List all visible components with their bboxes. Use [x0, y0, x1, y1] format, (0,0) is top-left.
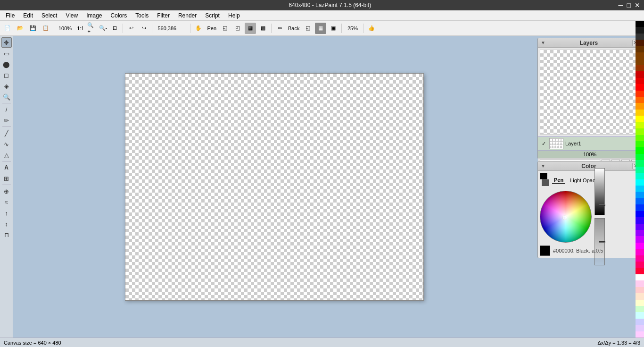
menu-file[interactable]: File	[2, 11, 18, 20]
menu-script[interactable]: Script	[201, 11, 223, 20]
eraser-tool[interactable]: ◻	[1, 70, 12, 80]
save-file-button[interactable]: 💾	[27, 23, 39, 34]
layer-row[interactable]: ✓ Layer1	[538, 136, 642, 150]
palette-color[interactable]	[636, 198, 644, 204]
background-color-swatch[interactable]	[542, 179, 549, 186]
palette-color[interactable]	[636, 167, 644, 173]
palette-color[interactable]	[636, 287, 644, 293]
shape-tool[interactable]: △	[1, 150, 12, 160]
palette-color[interactable]	[636, 268, 644, 274]
zoom-in-button[interactable]: 🔍+	[87, 24, 97, 33]
palette-color[interactable]	[636, 21, 644, 27]
palette-color[interactable]	[636, 154, 644, 160]
color-picker-tool[interactable]: 🔍	[1, 92, 12, 102]
palette-color[interactable]	[636, 204, 644, 211]
palette-color[interactable]	[636, 71, 644, 77]
brush-tool[interactable]: ✏	[1, 115, 12, 126]
palette-color[interactable]	[636, 27, 644, 33]
palette-color[interactable]	[636, 97, 644, 103]
zoom-out-button[interactable]: 🔍-	[98, 24, 107, 33]
menu-edit[interactable]: Edit	[19, 11, 37, 20]
menu-view[interactable]: View	[62, 11, 82, 20]
palette-color[interactable]	[636, 128, 644, 135]
palette-color[interactable]	[636, 40, 644, 46]
text-tool[interactable]: A	[1, 162, 12, 173]
current-color-swatch[interactable]	[540, 245, 550, 256]
palette-color[interactable]	[636, 325, 644, 331]
palette-color[interactable]	[636, 280, 644, 287]
blur-tool[interactable]: ≈	[1, 197, 12, 207]
close-button[interactable]: ✕	[635, 1, 640, 9]
palette-color[interactable]	[636, 331, 644, 338]
select-lasso-tool[interactable]: ⬤	[1, 59, 12, 69]
menu-image[interactable]: Image	[83, 11, 106, 20]
palette-color[interactable]	[636, 147, 644, 153]
canvas-background[interactable]	[125, 74, 423, 300]
menu-tools[interactable]: Tools	[132, 11, 152, 20]
palette-color[interactable]	[636, 230, 644, 236]
fill-tool[interactable]: ◈	[1, 81, 12, 91]
palette-color[interactable]	[636, 249, 644, 255]
back-mode-1[interactable]: ◱	[302, 23, 314, 34]
canvas-area[interactable]	[13, 36, 536, 338]
palette-color[interactable]	[636, 274, 644, 280]
menu-filter[interactable]: Filter	[153, 11, 173, 20]
palette-color[interactable]	[636, 255, 644, 262]
layer-name[interactable]: Layer1	[565, 141, 640, 146]
opacity-slider[interactable]	[594, 218, 605, 265]
hand-tool-button[interactable]: ✋	[193, 23, 204, 34]
menu-render[interactable]: Render	[174, 11, 200, 20]
back-mode-3[interactable]: ▣	[328, 23, 339, 34]
palette-color[interactable]	[636, 91, 644, 97]
menu-help[interactable]: Help	[224, 11, 244, 20]
pen-mode-2[interactable]: ◰	[232, 23, 243, 34]
pen-mode-1[interactable]: ◱	[219, 23, 231, 34]
menu-colors[interactable]: Colors	[107, 11, 131, 20]
canvas-wrapper[interactable]	[125, 73, 424, 301]
color-wheel[interactable]	[540, 191, 592, 243]
palette-color[interactable]	[636, 312, 644, 318]
palette-color[interactable]	[636, 236, 644, 242]
pen-mode-3[interactable]: ▦	[245, 23, 256, 34]
layer-visibility-toggle[interactable]: ✓	[540, 140, 547, 147]
palette-color[interactable]	[636, 224, 644, 230]
palette-color[interactable]	[636, 217, 644, 223]
open-file-button[interactable]: 📂	[15, 23, 26, 34]
palette-color[interactable]	[636, 211, 644, 217]
select-rect-tool[interactable]: ▭	[1, 48, 12, 59]
palette-color[interactable]	[636, 59, 644, 65]
redo-button[interactable]: ↪	[138, 23, 149, 34]
opacity-handle[interactable]	[599, 241, 605, 243]
filter-tool[interactable]: ⊓	[1, 229, 12, 240]
transform-tool[interactable]: ⊞	[1, 173, 12, 184]
palette-color[interactable]	[636, 192, 644, 198]
back-mode-2[interactable]: ▦	[315, 23, 326, 34]
thumbs-up-button[interactable]: 👍	[366, 23, 377, 34]
lightness-handle[interactable]	[599, 204, 605, 206]
palette-color[interactable]	[636, 110, 644, 116]
palette-color[interactable]	[636, 293, 644, 299]
layers-collapse-arrow[interactable]: ▼	[541, 40, 545, 45]
curve-tool[interactable]: ∿	[1, 139, 12, 149]
palette-color[interactable]	[636, 243, 644, 249]
menu-select[interactable]: Select	[38, 11, 61, 20]
back-button[interactable]: ⇦	[274, 23, 285, 34]
palette-color[interactable]	[636, 84, 644, 90]
minimize-button[interactable]: ─	[619, 1, 623, 9]
maximize-button[interactable]: □	[627, 1, 631, 9]
undo-button[interactable]: ↩	[125, 23, 137, 34]
zoom-fit-button[interactable]: ⊡	[109, 23, 120, 34]
palette-color[interactable]	[636, 173, 644, 179]
palette-color[interactable]	[636, 179, 644, 186]
palette-color[interactable]	[636, 141, 644, 147]
palette-color[interactable]	[636, 135, 644, 141]
color-collapse-arrow[interactable]: ▼	[541, 163, 545, 169]
clone-tool[interactable]: ⊕	[1, 186, 12, 196]
save-as-button[interactable]: 📋	[40, 23, 51, 34]
palette-color[interactable]	[636, 160, 644, 166]
new-file-button[interactable]: 📄	[2, 23, 13, 34]
palette-color[interactable]	[636, 319, 644, 325]
foreground-color-swatch[interactable]	[540, 173, 547, 179]
palette-color[interactable]	[636, 52, 644, 59]
pen-mode-4[interactable]: ▩	[257, 23, 269, 34]
